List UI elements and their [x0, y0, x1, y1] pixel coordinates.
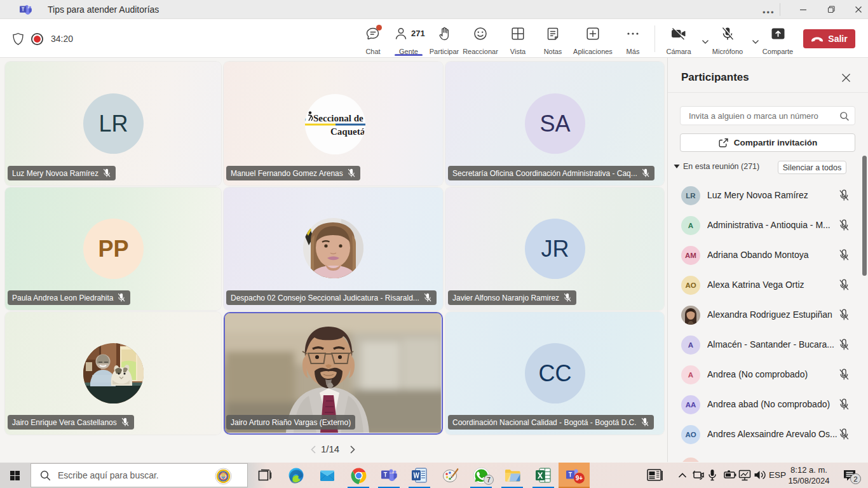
svg-text:Caquetá: Caquetá — [330, 126, 365, 137]
svg-text:ó: ó — [305, 113, 306, 123]
svg-text:Seccional de: Seccional de — [313, 113, 363, 123]
